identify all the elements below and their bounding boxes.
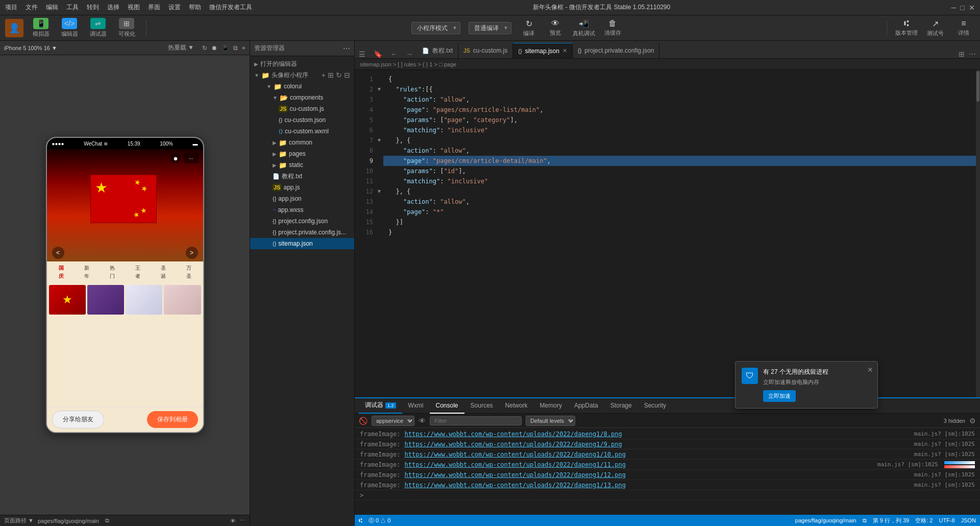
tree-item-pages[interactable]: ▶ 📁 pages xyxy=(250,148,354,159)
console-link[interactable]: https://www.wobbt.com/wp-content/uploads… xyxy=(404,441,622,448)
tab-close-btn[interactable]: ✕ xyxy=(562,47,567,54)
img-cell[interactable] xyxy=(87,285,124,315)
tab-projectprivatejson[interactable]: {} project.private.config.json xyxy=(573,43,659,58)
refresh-icon[interactable]: ↻ xyxy=(202,44,207,52)
record-btn[interactable]: ⏺ xyxy=(170,153,181,163)
console-location[interactable]: main.js? [sm]:1025 xyxy=(914,451,975,458)
add-file-icon[interactable]: + xyxy=(322,71,326,79)
copy-path-icon[interactable]: ⧉ xyxy=(105,517,109,524)
tree-item-tutorialtxt[interactable]: 📄 教程.txt xyxy=(250,171,354,182)
console-filter-input[interactable] xyxy=(430,416,522,425)
context-select[interactable]: appservice xyxy=(372,416,414,426)
copy-icon[interactable]: ⧉ xyxy=(233,44,238,52)
test-btn[interactable]: ↗ 测试号 xyxy=(924,19,946,37)
version-btn[interactable]: ⑆ 版本管理 xyxy=(895,19,918,37)
add-folder-icon[interactable]: ⊞ xyxy=(328,71,334,79)
cat-item[interactable]: 圣 xyxy=(151,265,176,272)
popup-action-btn[interactable]: 立即加速 xyxy=(763,390,796,402)
menu-item-goto[interactable]: 转到 xyxy=(87,3,99,12)
more-tabs-icon[interactable]: ⋯ xyxy=(969,50,976,58)
cat-item[interactable]: 庆 xyxy=(49,273,74,280)
console-location[interactable]: main.js? [sm]:1025 xyxy=(914,482,975,488)
tab-sources[interactable]: Sources xyxy=(464,398,499,414)
code-editor[interactable]: { "rules":[{ "action": "allow", "page": … xyxy=(383,70,976,397)
tree-item-cu-custom-json[interactable]: {} cu-custom.json xyxy=(250,114,354,126)
console-link[interactable]: https://www.wobbt.com/wp-content/uploads… xyxy=(404,482,625,489)
close-button[interactable]: ✕ xyxy=(969,4,975,12)
tab-tutorialtxt[interactable]: 📄 教程.txt xyxy=(417,43,458,58)
menu-item-interface[interactable]: 界面 xyxy=(148,3,160,12)
refresh-tree-icon[interactable]: ↻ xyxy=(336,71,342,79)
img-cell[interactable] xyxy=(164,285,201,315)
share-btn[interactable]: 分享给朋友 xyxy=(52,411,104,428)
mode-select-wrapper[interactable]: 小程序模式 ▼ xyxy=(411,22,460,34)
menu-item-project[interactable]: 项目 xyxy=(5,3,17,12)
debugger-btn[interactable]: ⇌ 调试器 xyxy=(87,18,109,38)
scrollbar-thumb[interactable] xyxy=(976,71,979,102)
save-btn[interactable]: 保存到相册 xyxy=(147,411,198,428)
clear-cache-btn[interactable]: 🗑 清缓存 xyxy=(603,19,622,37)
cat-item[interactable]: 年 xyxy=(75,273,99,280)
maximize-button[interactable]: □ xyxy=(961,4,965,12)
compile-btn[interactable]: ↻ 编译 xyxy=(520,19,538,37)
console-link[interactable]: https://www.wobbt.com/wp-content/uploads… xyxy=(404,461,625,468)
cat-item[interactable]: 诞 xyxy=(151,273,176,280)
compile-select[interactable]: 普通编译 xyxy=(469,22,511,34)
tree-item-components[interactable]: ▼ 📂 components xyxy=(250,92,354,103)
more-btn[interactable]: ··· xyxy=(184,153,199,163)
menu-item-file[interactable]: 文件 xyxy=(26,3,38,12)
cat-item[interactable]: 热 xyxy=(100,265,125,272)
cat-item[interactable]: 圣 xyxy=(177,273,201,280)
tree-item-appwxss[interactable]: ~ app.wxss xyxy=(250,204,354,216)
simulator-btn[interactable]: 📱 模拟器 xyxy=(30,18,52,38)
tab-sitemapjson[interactable]: {} sitemap.json ✕ xyxy=(513,43,573,58)
record-icon[interactable]: ⏺ xyxy=(211,44,217,52)
console-location[interactable]: main.js? [sm]:1025 xyxy=(877,461,938,468)
menu-item-tools[interactable]: 工具 xyxy=(66,3,79,12)
mode-select[interactable]: 小程序模式 xyxy=(411,22,460,34)
tree-item-appjs[interactable]: JS app.js xyxy=(250,182,354,193)
split-editor-icon[interactable]: ⊞ xyxy=(959,50,965,58)
img-cell[interactable]: ★ xyxy=(49,285,86,315)
visual-btn[interactable]: ⊞ 可视化 xyxy=(115,18,138,38)
tree-item-colorui[interactable]: ▼ 📁 colorui xyxy=(250,81,354,92)
hot-reload-btn[interactable]: 热重载 ▼ xyxy=(168,43,194,52)
copy-path-btn[interactable]: ⧉ xyxy=(863,517,867,524)
level-select-wrapper[interactable]: Default levels ▼ xyxy=(526,416,575,426)
compile-select-wrapper[interactable]: 普通编译 ▼ xyxy=(469,22,511,34)
hero-prev-btn[interactable]: < xyxy=(52,247,64,259)
tab-cucustomjs[interactable]: JS cu-custom.js xyxy=(458,43,513,58)
tab-memory[interactable]: Memory xyxy=(534,398,568,414)
preview-btn[interactable]: 👁 预览 xyxy=(546,19,565,37)
tab-appdata[interactable]: AppData xyxy=(568,398,604,414)
console-link[interactable]: https://www.wobbt.com/wp-content/uploads… xyxy=(404,431,622,438)
console-link[interactable]: https://www.wobbt.com/wp-content/uploads… xyxy=(404,471,625,479)
tree-item-appjson[interactable]: {} app.json xyxy=(250,193,354,204)
editor-btn[interactable]: </> 编辑器 xyxy=(58,18,81,38)
cat-item[interactable]: 新 xyxy=(75,265,99,272)
tree-item-sitemap[interactable]: {} sitemap.json xyxy=(250,238,354,249)
bookmark-icon[interactable]: 🔖 xyxy=(370,50,386,58)
project-header[interactable]: ▼ 📁 头像框小程序 + ⊞ ↻ ⊟ xyxy=(250,69,354,81)
console-link[interactable]: https://www.wobbt.com/wp-content/uploads… xyxy=(404,451,625,458)
cat-item[interactable]: 者 xyxy=(126,273,150,280)
menu-item-settings[interactable]: 设置 xyxy=(168,3,181,12)
tab-debugger[interactable]: 调试器 1.2 xyxy=(359,398,402,414)
clear-console-icon[interactable]: 🚫 xyxy=(359,417,368,425)
tree-item-static[interactable]: ▶ 📁 static xyxy=(250,159,354,171)
cat-item[interactable]: 门 xyxy=(100,273,125,280)
tree-item-projectconfig[interactable]: {} project.config.json xyxy=(250,216,354,227)
device-select[interactable]: iPhone 5 100% 16 ▼ xyxy=(4,45,57,51)
menu-item-edit[interactable]: 编辑 xyxy=(46,3,58,12)
forward-icon[interactable]: → xyxy=(402,50,417,58)
more-options-icon[interactable]: ⋯ xyxy=(240,517,246,524)
img-cell[interactable] xyxy=(126,285,162,315)
cat-item[interactable]: 万 xyxy=(177,265,201,272)
tree-item-cu-custom-js[interactable]: JS cu-custom.js xyxy=(250,103,354,114)
cat-item[interactable]: 国 xyxy=(49,265,74,272)
eye-icon[interactable]: 👁 xyxy=(230,518,236,524)
fold-marker[interactable]: ▼ xyxy=(375,186,383,197)
console-location[interactable]: main.js? [sm]:1025 xyxy=(914,431,975,437)
open-editors-header[interactable]: ▶ 打开的编辑器 xyxy=(250,58,354,69)
console-prompt-line[interactable]: > xyxy=(355,490,980,500)
